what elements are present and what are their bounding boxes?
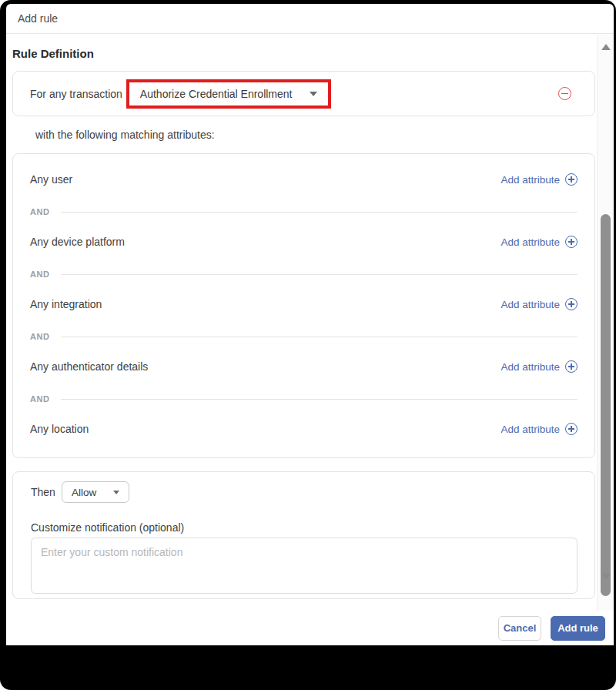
add-rule-modal: Add rule Rule Definition For any transac… <box>6 4 614 645</box>
attribute-label: Any location <box>30 423 89 435</box>
add-attribute-link[interactable]: Add attribute <box>500 298 578 310</box>
and-label: AND <box>30 207 50 216</box>
attribute-row: Any user Add attribute <box>30 171 578 188</box>
attribute-row: Any integration Add attribute <box>30 296 578 313</box>
scrollbar-thumb[interactable] <box>601 214 611 596</box>
add-attribute-link[interactable]: Add attribute <box>500 236 578 248</box>
transaction-card: For any transaction Authorize Credential… <box>12 71 595 116</box>
add-attribute-icon <box>565 360 578 373</box>
action-row: Then Allow <box>31 481 576 503</box>
notification-label: Customize notification (optional) <box>31 521 576 534</box>
and-connector: AND <box>30 206 578 217</box>
scrollbar-down-icon[interactable] <box>601 574 611 580</box>
attributes-intro: with the following matching attributes: <box>35 129 595 141</box>
add-attribute-label: Add attribute <box>500 174 560 186</box>
and-label: AND <box>30 394 50 404</box>
action-dropdown-value: Allow <box>72 487 96 498</box>
and-connector: AND <box>30 394 578 404</box>
attribute-row: Any authenticator details Add attribute <box>30 358 578 375</box>
add-attribute-link[interactable]: Add attribute <box>500 423 578 435</box>
modal-body: Rule Definition For any transaction Auth… <box>12 34 595 599</box>
transaction-dropdown-value: Authorize Credential Enrollment <box>140 88 293 100</box>
add-attribute-link[interactable]: Add attribute <box>500 360 578 373</box>
modal-footer: Cancel Add rule <box>6 611 614 645</box>
highlight-annotation: Authorize Credential Enrollment <box>126 79 331 109</box>
add-attribute-label: Add attribute <box>500 299 560 310</box>
modal-title: Add rule <box>18 12 58 25</box>
attribute-label: Any integration <box>30 298 102 310</box>
attributes-card: Any user Add attribute AND Any device pl… <box>12 153 595 458</box>
and-divider <box>61 212 578 213</box>
screenshot-frame: Add rule Rule Definition For any transac… <box>0 0 616 690</box>
add-attribute-label: Add attribute <box>500 361 560 373</box>
chevron-down-icon <box>310 92 317 96</box>
attribute-rows: Any user Add attribute AND Any device pl… <box>13 171 594 437</box>
transaction-label: For any transaction <box>30 88 122 100</box>
and-label: AND <box>30 332 50 341</box>
notification-textarea[interactable] <box>31 538 578 594</box>
attribute-row: Any location Add attribute <box>30 420 578 437</box>
transaction-dropdown[interactable]: Authorize Credential Enrollment <box>129 82 328 106</box>
and-divider <box>61 337 578 337</box>
add-attribute-icon <box>565 173 578 186</box>
and-divider <box>61 399 578 400</box>
action-dropdown[interactable]: Allow <box>62 481 129 503</box>
section-title: Rule Definition <box>12 47 595 60</box>
and-connector: AND <box>30 269 578 280</box>
cancel-button[interactable]: Cancel <box>498 616 541 641</box>
modal-header: Add rule <box>6 4 614 34</box>
add-rule-button[interactable]: Add rule <box>551 616 605 641</box>
and-divider <box>61 274 578 275</box>
remove-rule-icon[interactable] <box>558 87 571 100</box>
and-connector: AND <box>30 331 578 342</box>
attribute-label: Any authenticator details <box>30 360 148 373</box>
and-label: AND <box>30 270 50 279</box>
attribute-label: Any user <box>30 173 72 186</box>
add-attribute-icon <box>565 298 578 310</box>
add-attribute-label: Add attribute <box>500 236 560 248</box>
attribute-row: Any device platform Add attribute <box>30 233 578 250</box>
add-attribute-label: Add attribute <box>500 424 560 435</box>
action-label: Then <box>31 486 55 498</box>
scrollbar-up-icon[interactable] <box>601 44 611 50</box>
action-card: Then Allow Customize notification (optio… <box>12 471 595 599</box>
add-attribute-icon <box>565 236 578 248</box>
scrollbar[interactable] <box>597 35 614 611</box>
add-attribute-icon <box>565 423 578 435</box>
chevron-down-icon <box>113 491 119 494</box>
add-attribute-link[interactable]: Add attribute <box>500 173 578 186</box>
attribute-label: Any device platform <box>30 236 125 248</box>
